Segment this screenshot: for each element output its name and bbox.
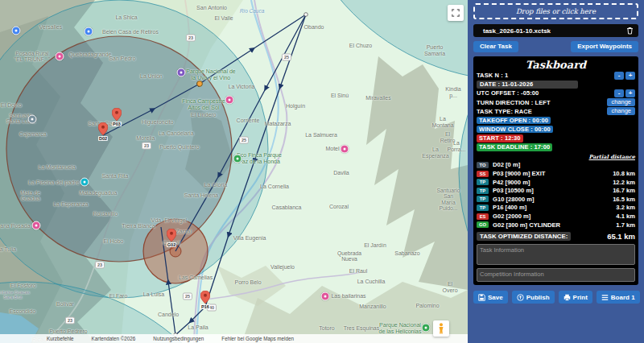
taskboard-title: Taskboard: [477, 59, 635, 71]
task-field-row: UTC OFFSET : -05:00-+: [477, 89, 635, 97]
waypoint-row[interactable]: ESG02 [2000 m]4.1 km: [477, 212, 635, 221]
attribution-item: Kurzbefehle: [47, 336, 74, 341]
clear-task-button[interactable]: Clear Task: [473, 41, 518, 52]
waypoint-distance: 16.7 km: [613, 187, 635, 194]
pegman-icon: [437, 323, 445, 334]
park-poi-icon[interactable]: [233, 155, 242, 163]
map-pin-icon: [200, 291, 210, 304]
task-field-label: TASK DEADLINE : 17:00: [477, 143, 552, 151]
shopping-poi-icon[interactable]: [12, 27, 21, 35]
task-field-label: UTC OFFSET : -05:00: [477, 89, 539, 97]
decrement-button[interactable]: -: [614, 72, 624, 80]
road-badge: 23: [95, 262, 105, 269]
task-field-row: TASK TYPE: RACEchange: [477, 107, 635, 116]
action-button-label: Print: [573, 294, 588, 301]
waypoint-row[interactable]: SSP03 [9000 m] EXIT10.8 km: [477, 169, 635, 178]
waypoint-pin-p16[interactable]: [200, 291, 210, 304]
print-button[interactable]: Print: [559, 291, 592, 304]
optimized-distance-value: 65.1 km: [571, 232, 635, 241]
waypoint-badge: SS: [477, 171, 489, 177]
change-button[interactable]: change: [607, 98, 635, 106]
board1-button[interactable]: Board 1: [597, 291, 640, 304]
file-dropzone[interactable]: Drop files or click here: [473, 3, 638, 19]
attraction-poi-icon[interactable]: [321, 292, 330, 301]
taskboard: Taskboard TASK N : 1-+DATE : 11-01-2026U…: [473, 56, 638, 285]
map-attribution: Kurzbefehle Kartendaten ©2026 Nutzungsbe…: [0, 334, 468, 343]
park-poi-icon[interactable]: [422, 324, 431, 333]
waypoint-badge: TP: [477, 196, 489, 202]
waypoint-row[interactable]: GOG02 [300 m] CYLINDER1.7 km: [477, 221, 635, 229]
waypoint-pin-d02[interactable]: [98, 122, 108, 135]
road-badge: 25: [239, 137, 249, 144]
church-poi-icon[interactable]: [28, 115, 37, 124]
waypoint-row[interactable]: TPG10 [28000 m]16.5 km: [477, 195, 635, 204]
decrement-button[interactable]: -: [614, 89, 624, 97]
waypoint-name: G10 [28000 m]: [493, 196, 613, 203]
optimized-distance-row: TASK OPTIMIZED DISTANCE: 65.1 km: [477, 231, 635, 241]
waypoint-pin-p03[interactable]: [112, 108, 122, 121]
increment-button[interactable]: +: [625, 89, 635, 97]
lodging-poi-icon[interactable]: [32, 221, 41, 230]
save-button[interactable]: Save: [473, 291, 508, 304]
waypoint-name: P16 [400 m]: [493, 204, 616, 211]
optimized-distance-label: TASK OPTIMIZED DISTANCE:: [477, 232, 571, 241]
task-field-label: DATE : 11-01-2026: [477, 81, 578, 89]
waypoint-name: P03 [9000 m] EXIT: [493, 170, 613, 177]
task-field-row: TAKEOFF OPEN : 00:00: [477, 116, 635, 125]
waypoint-row[interactable]: TPP16 [400 m]3.2 km: [477, 204, 635, 213]
lodging-poi-icon[interactable]: [56, 52, 64, 61]
export-waypoints-button[interactable]: Export Waypoints: [571, 41, 638, 52]
park-poi-icon[interactable]: [177, 68, 186, 77]
task-field-row: START : 12:30: [477, 134, 635, 143]
task-panel: Drop files or click here task_2026-01-10…: [468, 0, 644, 343]
map-terrain: [0, 0, 468, 343]
map-pin-icon: [112, 108, 122, 121]
task-field-row: TASK N : 1-+: [477, 71, 635, 80]
waypoint-row[interactable]: TPP42 [9000 m]12.2 km: [477, 178, 635, 187]
action-button-label: Board 1: [611, 294, 635, 301]
lodging-poi-icon[interactable]: [341, 145, 349, 154]
change-button[interactable]: change: [607, 107, 635, 115]
competition-information-input[interactable]: [477, 268, 635, 282]
attraction-poi-icon[interactable]: [225, 96, 234, 105]
pegman-control[interactable]: [433, 320, 449, 337]
waypoint-pin-g02[interactable]: [167, 229, 176, 242]
attribution-item[interactable]: Nutzungsbedingungen: [153, 336, 204, 341]
increment-button[interactable]: +: [625, 72, 635, 80]
delete-file-icon[interactable]: [626, 27, 634, 35]
pin-label-p16: P16: [200, 304, 210, 309]
task-field-row: DATE : 11-01-2026: [477, 80, 635, 89]
attribution-item[interactable]: Fehler bei Google Maps melden: [221, 336, 294, 341]
waypoint-distance: 10.8 km: [613, 170, 635, 177]
fullscreen-icon: [451, 8, 460, 18]
board1-icon: [601, 294, 609, 301]
publish-button[interactable]: Publish: [512, 291, 555, 304]
task-field-label: WINDOW CLOSE : 00:00: [477, 126, 553, 134]
task-information-input[interactable]: [477, 244, 635, 265]
action-button-label: Publish: [526, 294, 550, 301]
task-field-row: WINDOW CLOSE : 00:00: [477, 125, 635, 134]
waypoint-row[interactable]: TOD02 [0 m]: [477, 161, 635, 170]
start-point-dot[interactable]: [197, 81, 203, 87]
waypoint-name: G02 [2000 m]: [493, 213, 616, 220]
partial-distance-header: Partial distance: [477, 154, 635, 161]
pin-label-g02: G02: [167, 242, 176, 247]
publish-icon: [517, 294, 524, 301]
app-window: San AntonioEl ValleObandoEl ChuzoPuerto …: [0, 0, 644, 343]
task-field-row: TURN DIRECTION : LEFTchange: [477, 98, 635, 107]
waypoint-name: P42 [9000 m]: [493, 179, 613, 186]
map-pin-icon: [167, 229, 176, 242]
route-vertex-dot[interactable]: [304, 13, 308, 17]
save-icon: [478, 294, 485, 301]
waypoint-distance: 4.1 km: [616, 213, 635, 220]
waypoint-distance: 1.7 km: [616, 221, 635, 229]
task-field-label: START : 12:30: [477, 134, 523, 143]
waypoint-row[interactable]: TPP03 [10500 m]16.7 km: [477, 186, 635, 195]
attribution-item: Kartendaten ©2026: [92, 336, 136, 341]
fullscreen-button[interactable]: [448, 5, 464, 21]
map[interactable]: San AntonioEl ValleObandoEl ChuzoPuerto …: [0, 0, 468, 343]
pool-poi-icon[interactable]: [80, 178, 89, 187]
place-poi-icon[interactable]: [85, 27, 93, 36]
waypoint-distance: 12.2 km: [613, 179, 635, 186]
task-file-select[interactable]: task_2026-01-10.xctsk: [473, 24, 638, 37]
